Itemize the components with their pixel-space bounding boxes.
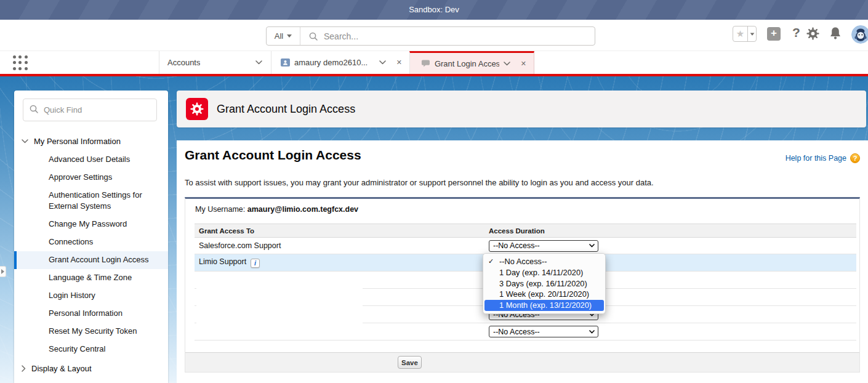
page-description: To assist with support issues, you may g…	[185, 178, 654, 187]
section-label: Display & Layout	[31, 364, 92, 373]
help-link[interactable]: Help for this Page	[786, 154, 846, 163]
chevron-down-icon	[750, 33, 754, 35]
sidebar-item-language-time-zone[interactable]: Language & Time Zone	[14, 269, 168, 287]
select-value: --No Access--	[493, 241, 540, 250]
option-label: 1 Day (exp. 14/11/2020)	[499, 268, 583, 277]
sidebar-nav-list: Advanced User Details Approver Settings …	[14, 151, 168, 358]
question-icon: ?	[792, 25, 800, 39]
gear-icon	[806, 27, 819, 40]
sidebar-item-reset-my-security-token[interactable]: Reset My Security Token	[14, 323, 168, 341]
tab-grant-login-access[interactable]: Grant Login Access ✕	[409, 51, 534, 74]
sandbox-label: Sandbox: Dev	[409, 5, 459, 14]
search-scope-selector[interactable]: All	[267, 27, 300, 45]
chevron-right-icon	[22, 365, 26, 372]
dropdown-option-3-days[interactable]: 3 Days (exp. 16/11/2020)	[483, 278, 605, 289]
info-icon[interactable]: i	[251, 259, 260, 268]
page-header-card: Grant Account Login Access	[177, 91, 866, 127]
setup-gear-badge	[186, 98, 208, 120]
bell-icon	[829, 26, 842, 40]
tab-label: amaury demo2610...	[294, 58, 368, 67]
search-icon	[309, 32, 318, 41]
close-icon[interactable]: ✕	[396, 58, 402, 67]
setup-gear-button[interactable]	[806, 27, 819, 42]
help-for-this-page: Help for this Page ?	[786, 153, 860, 163]
panel-footer: Save	[185, 352, 859, 372]
grantee-name: Limio Support	[199, 257, 246, 266]
option-label: 1 Month (exp. 13/12/2020)	[499, 300, 592, 310]
sidebar-item-grant-account-login-access[interactable]: Grant Account Login Access	[14, 251, 168, 269]
notifications-button[interactable]	[829, 26, 842, 42]
tab-label: Grant Login Access	[435, 59, 499, 68]
search-icon	[30, 105, 38, 116]
plus-icon: +	[771, 27, 777, 39]
table-row: Salesforce.com Support --No Access--	[195, 238, 856, 254]
access-duration-dropdown-menu: ✓ --No Access-- 1 Day (exp. 14/11/2020) …	[483, 253, 606, 314]
close-icon[interactable]: ✕	[521, 60, 526, 68]
sidebar-item-change-my-password[interactable]: Change My Password	[14, 216, 168, 233]
setup-sidebar: My Personal Information Advanced User De…	[14, 91, 168, 383]
chevron-down-icon[interactable]	[504, 62, 510, 66]
global-header: All ★ + ?	[0, 20, 868, 51]
star-icon[interactable]: ★	[733, 26, 747, 41]
chevron-down-icon	[589, 330, 595, 334]
help-button[interactable]: ?	[792, 25, 800, 40]
chat-bubble-icon	[421, 58, 430, 68]
arrow-right-icon	[1, 269, 4, 274]
sidebar-item-authentication-settings[interactable]: Authentication Settings for External Sys…	[14, 187, 168, 216]
sidebar-item-connections[interactable]: Connections	[14, 233, 168, 251]
redacted-area	[196, 272, 363, 338]
grantee-cell: Limio Supporti	[195, 257, 486, 268]
tab-accounts[interactable]: Accounts	[159, 51, 271, 74]
access-duration-select[interactable]: --No Access--	[489, 326, 598, 337]
search-scope-label: All	[275, 31, 283, 41]
grantee-name: Salesforce.com Support	[195, 241, 486, 250]
favorites-dropdown-button[interactable]	[747, 26, 756, 41]
sidebar-item-approver-settings[interactable]: Approver Settings	[14, 169, 168, 187]
option-label: 1 Week (exp. 20/11/2020)	[499, 289, 589, 299]
sidebar-collapse-handle[interactable]	[0, 266, 6, 277]
tab-label: Accounts	[167, 58, 200, 67]
table-header-row: Grant Access To Access Duration	[195, 224, 856, 238]
gear-icon	[190, 102, 204, 116]
chevron-down-icon[interactable]	[255, 60, 262, 65]
sidebar-section-display-layout[interactable]: Display & Layout	[14, 362, 168, 374]
sidebar-item-security-central[interactable]: Security Central	[14, 341, 168, 358]
sidebar-item-login-history[interactable]: Login History	[14, 287, 168, 305]
select-value: --No Access--	[493, 328, 540, 336]
dropdown-option-1-week[interactable]: 1 Week (exp. 20/11/2020)	[483, 289, 605, 300]
navigation-tab-bar: Accounts amaury demo2610... ✕ Grant Logi…	[0, 51, 868, 76]
option-label: --No Access--	[499, 257, 547, 266]
access-duration-select[interactable]: --No Access--	[489, 240, 598, 252]
save-button[interactable]: Save	[398, 356, 422, 369]
app-launcher-icon[interactable]	[13, 55, 28, 71]
chevron-down-icon	[287, 34, 292, 38]
search-input[interactable]	[324, 31, 595, 41]
contact-icon	[281, 58, 290, 67]
quick-find-box[interactable]	[23, 99, 157, 121]
global-actions-button[interactable]: +	[767, 27, 781, 41]
column-header-grant-access-to: Grant Access To	[195, 227, 486, 235]
chevron-down-icon	[589, 244, 595, 248]
dropdown-option-1-day[interactable]: 1 Day (exp. 14/11/2020)	[483, 267, 605, 278]
dropdown-option-1-month[interactable]: 1 Month (exp. 13/12/2020)	[484, 300, 604, 311]
sidebar-item-personal-information[interactable]: Personal Information	[14, 305, 168, 323]
dropdown-option-no-access[interactable]: ✓ --No Access--	[483, 256, 605, 267]
username-value: amaury@limio.com.tegfcx.dev	[247, 205, 358, 214]
sidebar-section-my-personal-information[interactable]: My Personal Information	[14, 135, 168, 147]
global-search[interactable]: All	[266, 26, 595, 46]
sidebar-item-advanced-user-details[interactable]: Advanced User Details	[14, 151, 168, 169]
user-avatar[interactable]	[851, 25, 868, 44]
chevron-down-icon[interactable]	[379, 60, 386, 65]
option-label: 3 Days (exp. 16/11/2020)	[499, 279, 587, 288]
page-title: Grant Account Login Access	[185, 148, 361, 163]
help-question-icon[interactable]: ?	[850, 153, 860, 163]
quick-find-input[interactable]	[44, 105, 152, 115]
username-label: My Username:	[195, 205, 245, 214]
page-header-title: Grant Account Login Access	[217, 103, 355, 116]
chevron-down-icon	[22, 139, 28, 143]
column-header-access-duration: Access Duration	[486, 227, 856, 235]
checkmark-icon: ✓	[488, 256, 494, 267]
favorites-split-button[interactable]: ★	[733, 26, 757, 42]
tab-record-amaury-demo[interactable]: amaury demo2610... ✕	[271, 51, 409, 74]
sandbox-environment-bar: Sandbox: Dev	[0, 0, 868, 20]
